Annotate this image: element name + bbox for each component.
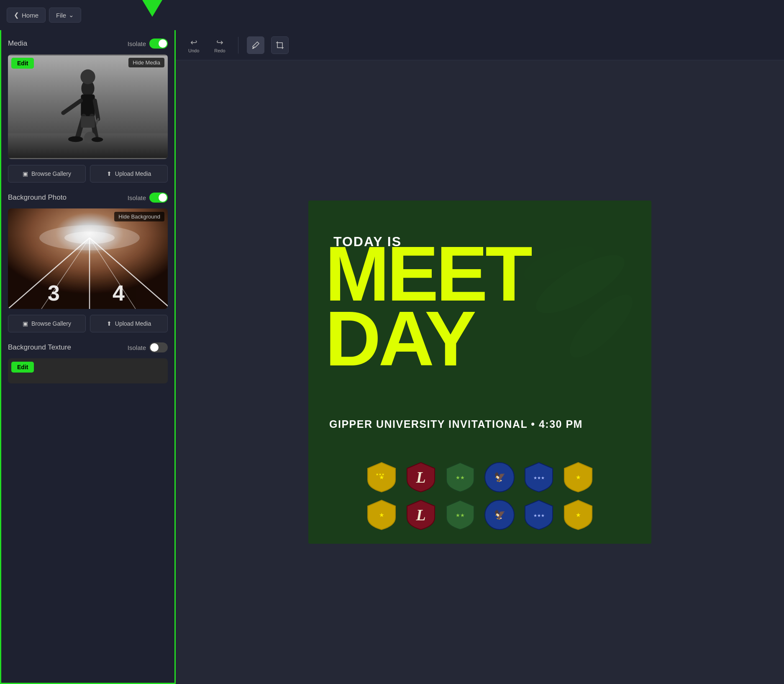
bg-upload-icon: ⬆ <box>107 320 112 327</box>
svg-text:★★: ★★ <box>456 512 465 518</box>
logo-badge-3: ★★ <box>444 461 477 494</box>
logo-badge-7: ★ <box>365 499 398 531</box>
bg-photo-isolate-row: Isolate <box>128 193 168 203</box>
background-texture-preview: Edit <box>8 358 168 383</box>
background-texture-title: Background Texture <box>8 343 71 352</box>
media-section-header: Media Isolate <box>8 39 168 49</box>
media-isolate-row: Isolate <box>128 39 168 49</box>
svg-text:🦅: 🦅 <box>494 509 506 520</box>
logo-badge-9: ★★ <box>444 499 477 531</box>
logo-badge-1: ★ ★★★ <box>365 461 398 494</box>
svg-point-13 <box>92 137 103 142</box>
logo-badge-10: 🦅 <box>483 499 516 531</box>
bg-photo-isolate-label: Isolate <box>128 194 146 201</box>
svg-rect-15 <box>8 208 168 309</box>
upload-icon: ⬆ <box>107 170 112 177</box>
svg-text:★★★: ★★★ <box>533 476 545 480</box>
file-label: File <box>56 12 66 19</box>
bg-browse-gallery-label: Browse Gallery <box>31 320 71 327</box>
athlete-svg <box>8 54 168 159</box>
svg-text:★★★: ★★★ <box>376 473 384 476</box>
logo-badge-5: ★★★ <box>523 461 555 494</box>
canvas-container: TODAY IS MEET DAY GIPPER UNIVERSITY INVI… <box>176 60 784 684</box>
track-svg: 3 4 <box>8 208 168 309</box>
svg-point-12 <box>68 136 83 142</box>
arrow-down-icon <box>142 0 162 17</box>
toolbar-separator <box>238 37 238 54</box>
bg-texture-isolate-label: Isolate <box>128 344 146 351</box>
media-isolate-toggle[interactable] <box>149 39 168 49</box>
hide-background-label[interactable]: Hide Background <box>114 212 164 221</box>
bg-gallery-icon: ▣ <box>23 320 28 327</box>
file-chevron-icon: ⌄ <box>69 11 74 19</box>
media-edit-button[interactable]: Edit <box>11 58 34 69</box>
eyedropper-icon <box>251 41 260 49</box>
logo-badge-2: L <box>405 461 437 494</box>
media-action-row: ▣ Browse Gallery ⬆ Upload Media <box>8 165 168 183</box>
logo-row-1: ★ ★★★ L ★★ 🦅 <box>321 461 639 494</box>
svg-rect-5 <box>81 95 95 117</box>
background-photo-section-header: Background Photo Isolate <box>8 193 168 203</box>
bg-browse-gallery-button[interactable]: ▣ Browse Gallery <box>8 315 86 332</box>
crop-tool-button[interactable] <box>271 36 289 54</box>
sidebar-panel: Media Isolate Edit <box>0 30 176 684</box>
bg-texture-edit-button[interactable]: Edit <box>11 362 34 373</box>
redo-icon: ↪ <box>216 37 223 47</box>
logo-row-2: ★ L ★★ 🦅 ★★ <box>321 499 639 531</box>
top-navigation: ❮ Home File ⌄ <box>0 0 784 30</box>
undo-label: Undo <box>188 48 199 53</box>
bg-upload-label: Upload Media <box>115 320 151 327</box>
redo-button[interactable]: ↪ Redo <box>210 35 229 56</box>
logo-badge-11: ★★★ <box>523 499 555 531</box>
svg-point-24 <box>64 231 115 244</box>
track-photo-image: 3 4 <box>8 208 168 309</box>
canvas-subtitle-text: GIPPER UNIVERSITY INVITATIONAL • 4:30 PM <box>329 418 630 430</box>
bg-upload-button[interactable]: ⬆ Upload Media <box>90 315 168 332</box>
redo-label: Redo <box>214 48 225 53</box>
canvas-meet-day-container: MEET DAY <box>325 242 635 372</box>
media-athlete-image <box>8 54 168 159</box>
undo-icon: ↩ <box>190 37 197 47</box>
media-section-title: Media <box>8 39 27 48</box>
svg-text:★: ★ <box>379 512 384 518</box>
svg-text:4: 4 <box>113 281 125 305</box>
gallery-icon: ▣ <box>23 170 28 177</box>
media-preview-container: Edit <box>8 54 168 159</box>
logo-badge-12: ★ <box>562 499 594 531</box>
svg-rect-14 <box>81 116 95 128</box>
eyedropper-tool-button[interactable] <box>247 36 264 54</box>
canvas-area: ↩ Undo ↪ Redo <box>176 30 784 684</box>
home-chevron-icon: ❮ <box>14 11 19 19</box>
file-button[interactable]: File ⌄ <box>49 8 81 23</box>
home-button[interactable]: ❮ Home <box>7 8 46 23</box>
hide-media-label[interactable]: Hide Media <box>128 58 164 67</box>
background-texture-section-header: Background Texture Isolate <box>8 342 168 352</box>
media-browse-gallery-button[interactable]: ▣ Browse Gallery <box>8 165 86 183</box>
main-layout: Media Isolate Edit <box>0 30 784 684</box>
svg-point-25 <box>253 47 254 48</box>
background-photo-preview: Edit <box>8 208 168 309</box>
media-upload-button[interactable]: ⬆ Upload Media <box>90 165 168 183</box>
logo-badge-4: 🦅 <box>483 461 516 494</box>
background-photo-title: Background Photo <box>8 193 67 202</box>
svg-marker-0 <box>142 0 162 17</box>
crop-icon <box>276 41 284 49</box>
svg-text:L: L <box>415 506 425 524</box>
svg-text:L: L <box>415 468 425 486</box>
svg-text:🦅: 🦅 <box>494 471 506 483</box>
svg-text:3: 3 <box>48 281 60 305</box>
design-canvas[interactable]: TODAY IS MEET DAY GIPPER UNIVERSITY INVI… <box>308 201 651 544</box>
svg-text:★★★: ★★★ <box>533 513 545 518</box>
bg-photo-isolate-toggle[interactable] <box>149 193 168 203</box>
media-upload-label: Upload Media <box>115 170 151 177</box>
media-isolate-label: Isolate <box>128 40 146 47</box>
canvas-toolbar: ↩ Undo ↪ Redo <box>176 30 784 60</box>
bg-texture-isolate-row: Isolate <box>128 342 168 352</box>
green-arrow-indicator <box>142 0 162 17</box>
svg-rect-26 <box>277 43 282 48</box>
undo-button[interactable]: ↩ Undo <box>184 35 203 56</box>
svg-point-4 <box>80 69 95 84</box>
logo-badge-6: ★ <box>562 461 594 494</box>
bg-texture-isolate-toggle[interactable] <box>149 342 168 352</box>
svg-text:★★: ★★ <box>456 475 465 481</box>
